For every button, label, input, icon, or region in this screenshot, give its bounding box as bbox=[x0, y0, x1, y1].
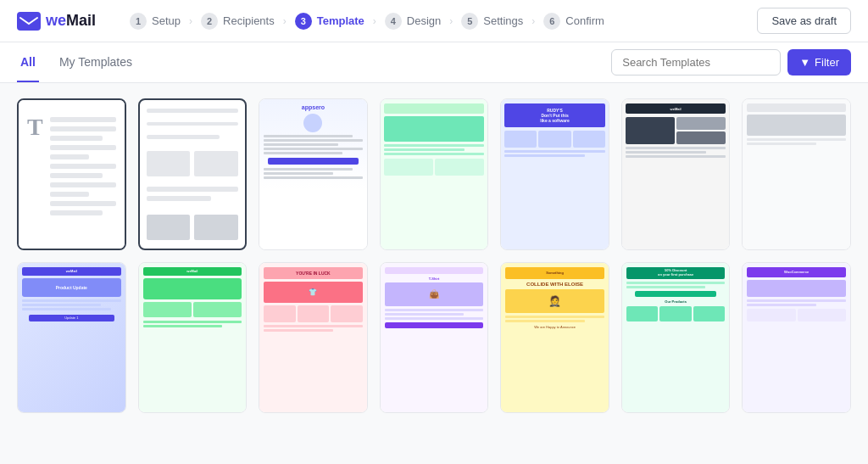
app-header: weMail 1 Setup › 2 Recipients › 3 Templa… bbox=[0, 0, 868, 42]
step-template[interactable]: 3 Template bbox=[287, 9, 373, 33]
template-tabs: All My Templates bbox=[17, 42, 153, 82]
template-grid: T bbox=[0, 83, 868, 428]
template-card-woo[interactable]: WooCommerce bbox=[742, 262, 851, 414]
logo: weMail bbox=[17, 12, 96, 31]
logo-icon bbox=[17, 12, 41, 31]
template-card-watch[interactable]: weMail bbox=[621, 98, 731, 250]
step-settings[interactable]: 5 Settings bbox=[453, 9, 531, 33]
step-design[interactable]: 4 Design bbox=[376, 9, 449, 33]
filter-label: Filter bbox=[815, 56, 839, 69]
blank-t-icon: T bbox=[27, 114, 43, 141]
template-card-appsero[interactable]: appsero bbox=[259, 98, 368, 250]
wizard-steps: 1 Setup › 2 Recipients › 3 Template › 4 … bbox=[121, 9, 757, 33]
template-card-rudys[interactable]: RUDY'SDon't Put thislike a software bbox=[500, 98, 609, 250]
step-label-setup: Setup bbox=[152, 14, 181, 27]
step-label-confirm: Confirm bbox=[565, 14, 604, 27]
template-card-yellow-collide[interactable]: Something COLLIDE WITH ELOISE 🤵 We are H… bbox=[500, 262, 609, 414]
step-num-3: 3 bbox=[295, 13, 312, 30]
step-label-template: Template bbox=[317, 14, 364, 27]
template-card-pink-wear[interactable]: YOU'RE IN LUCK 👕 bbox=[259, 262, 368, 414]
search-input[interactable] bbox=[611, 49, 781, 75]
save-draft-button[interactable]: Save as draft bbox=[757, 8, 851, 34]
step-label-settings: Settings bbox=[483, 14, 523, 27]
step-recipients[interactable]: 2 Recipients bbox=[192, 9, 283, 33]
template-card-green2[interactable]: weMail bbox=[138, 262, 248, 414]
step-setup[interactable]: 1 Setup bbox=[121, 9, 189, 33]
template-card-blank-grid[interactable] bbox=[138, 98, 248, 250]
filter-icon: ▼ bbox=[799, 56, 810, 69]
step-num-6: 6 bbox=[543, 13, 560, 30]
step-num-5: 5 bbox=[461, 13, 478, 30]
template-card-blank-text[interactable]: T bbox=[17, 98, 126, 250]
filter-button[interactable]: ▼ Filter bbox=[787, 49, 851, 75]
step-label-design: Design bbox=[407, 14, 441, 27]
svg-rect-0 bbox=[17, 12, 41, 31]
step-num-1: 1 bbox=[130, 13, 147, 30]
step-num-2: 2 bbox=[201, 13, 218, 30]
blank-text-lines bbox=[50, 117, 116, 215]
template-card-tshirt[interactable]: T-Shirt 👜 bbox=[380, 262, 489, 414]
tabs-actions: ▼ Filter bbox=[611, 49, 851, 75]
template-card-green-food[interactable] bbox=[380, 98, 489, 250]
tabs-bar: All My Templates ▼ Filter bbox=[0, 42, 868, 83]
step-num-4: 4 bbox=[385, 13, 402, 30]
template-card-purple-product[interactable]: weMail Product Update Update 1 bbox=[17, 262, 126, 414]
step-confirm[interactable]: 6 Confirm bbox=[535, 9, 613, 33]
template-card-extra1[interactable] bbox=[742, 98, 851, 250]
logo-text: weMail bbox=[46, 12, 96, 30]
step-label-recipients: Recipients bbox=[223, 14, 275, 27]
tab-all[interactable]: All bbox=[17, 42, 39, 82]
template-card-green-discount[interactable]: 50% Discounton your first purchase Our P… bbox=[621, 262, 731, 414]
tab-my-templates[interactable]: My Templates bbox=[56, 42, 136, 82]
